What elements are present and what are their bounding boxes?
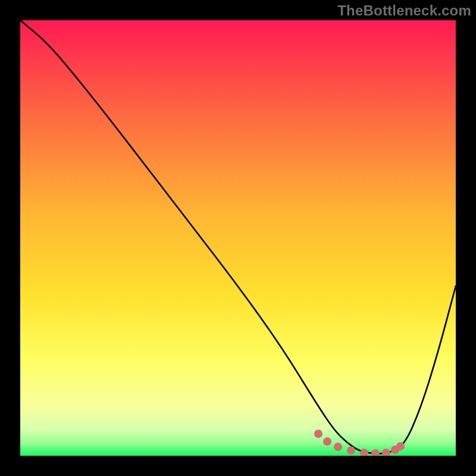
marker-dot	[396, 442, 405, 450]
marker-dot	[347, 446, 355, 455]
marker-dot	[323, 437, 331, 446]
marker-dot	[334, 443, 342, 451]
chart-canvas: TheBottleneck.com	[0, 0, 476, 476]
marker-dot	[382, 449, 390, 456]
flat-region-markers	[20, 20, 456, 456]
marker-dot	[314, 430, 322, 438]
watermark-text: TheBottleneck.com	[337, 2, 471, 19]
plot-area	[20, 20, 456, 456]
marker-dot	[371, 449, 380, 456]
marker-dot	[360, 449, 368, 456]
